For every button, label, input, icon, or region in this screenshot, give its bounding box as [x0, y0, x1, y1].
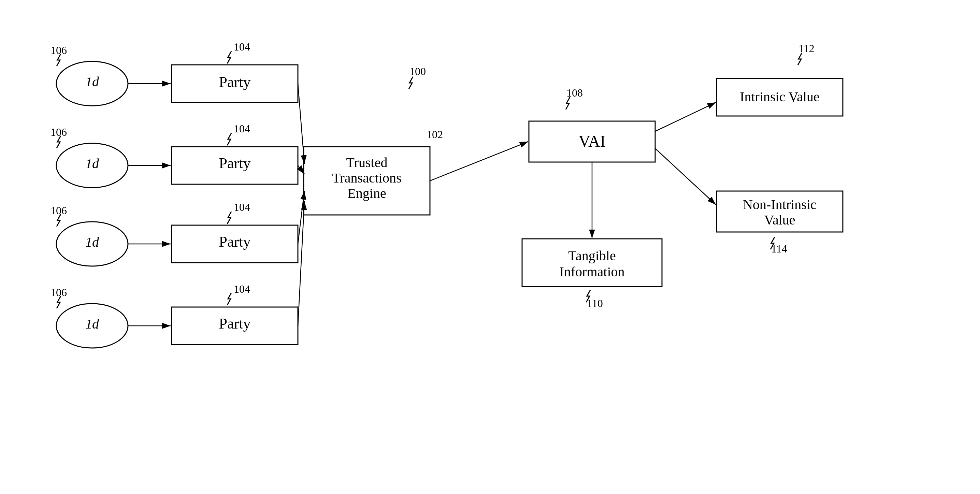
- diagram-container: 1d 1d 1d 1d Party Party Party Party Trus…: [0, 0, 980, 494]
- ref100: 100: [409, 65, 426, 78]
- party2-text: Party: [219, 155, 251, 172]
- ref104-2: 104: [234, 122, 250, 135]
- ref110: 110: [587, 297, 603, 310]
- vai-text: VAI: [578, 132, 605, 150]
- id4-label: 1d: [85, 316, 99, 332]
- tte-text-line3: Engine: [347, 186, 386, 201]
- diagram-svg: 1d 1d 1d 1d Party Party Party Party Trus…: [0, 0, 980, 494]
- party4-text: Party: [219, 315, 251, 332]
- ref104-4: 104: [234, 283, 250, 295]
- ref106-1: 106: [51, 44, 67, 56]
- ref106-4: 106: [51, 286, 67, 299]
- id3-label: 1d: [85, 234, 99, 250]
- lightning-party3: [227, 211, 231, 224]
- non-intrinsic-text-line1: Non-Intrinsic: [743, 197, 816, 212]
- tangible-text-line2: Information: [559, 264, 624, 280]
- ref104-1: 104: [234, 41, 250, 53]
- tte-text-line2: Transactions: [332, 170, 402, 186]
- id1-label: 1d: [85, 74, 99, 89]
- party1-text: Party: [219, 74, 251, 91]
- lightning-party2: [227, 133, 231, 145]
- party3-text: Party: [219, 233, 251, 250]
- id2-label: 1d: [85, 156, 99, 171]
- tte-text-line1: Trusted: [346, 155, 388, 170]
- lightning-party4: [227, 293, 231, 305]
- tte-to-vai-line: [430, 141, 528, 181]
- ref102: 102: [426, 128, 443, 141]
- lightning-100: [409, 77, 413, 89]
- vai-to-intrinsic-line: [655, 102, 716, 131]
- ref106-2: 106: [51, 126, 67, 138]
- ref108: 108: [566, 87, 583, 99]
- tangible-text-line1: Tangible: [568, 248, 616, 264]
- ref106-3: 106: [51, 204, 67, 217]
- ref104-3: 104: [234, 201, 250, 213]
- non-intrinsic-text-line2: Value: [764, 212, 795, 227]
- vai-to-nonintrinsic-line: [655, 148, 716, 205]
- lightning-108: [566, 97, 570, 110]
- intrinsic-text: Intrinsic Value: [740, 89, 819, 105]
- ref112: 112: [799, 42, 815, 55]
- party1-to-tte-line: [298, 84, 304, 164]
- lightning-party1: [227, 51, 231, 64]
- lightning-112: [798, 53, 802, 65]
- ref114: 114: [771, 243, 787, 255]
